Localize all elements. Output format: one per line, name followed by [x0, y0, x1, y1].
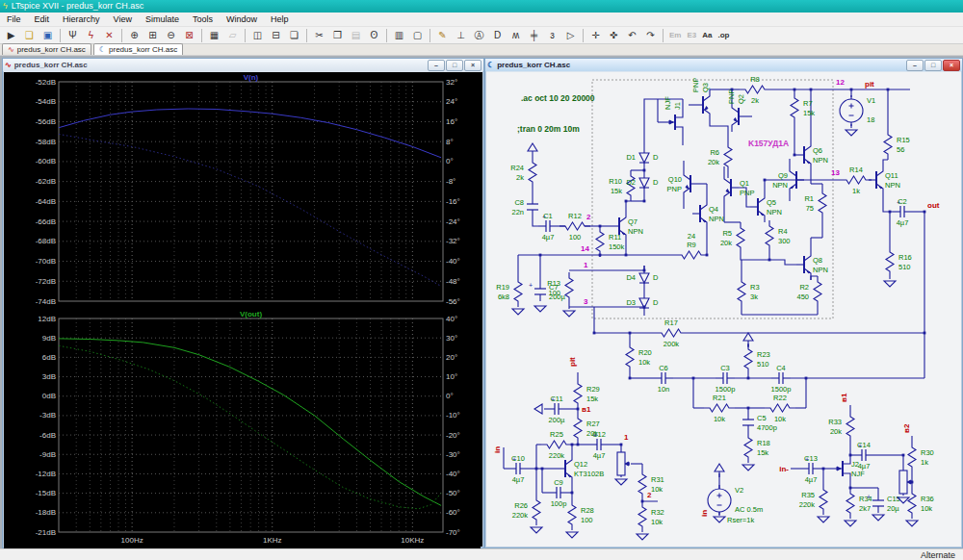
menu-file[interactable]: File [0, 13, 28, 27]
menu-simulate[interactable]: Simulate [139, 13, 186, 27]
net-label-out[interactable]: out [927, 201, 940, 210]
wire-icon[interactable]: ✎ [433, 27, 452, 44]
svg-text:56: 56 [897, 145, 904, 154]
svg-text:R20: R20 [638, 348, 652, 357]
svg-text:-12dB: -12dB [36, 470, 56, 478]
diode-icon[interactable]: ▷ [561, 27, 580, 44]
resistor-icon[interactable]: ʍ [507, 27, 525, 44]
zoom-in-icon[interactable]: ⊕ [125, 27, 143, 44]
svg-text:10n: 10n [658, 385, 670, 394]
save-icon[interactable]: ▣ [39, 27, 57, 44]
zoom-out-icon[interactable]: ⊖ [162, 27, 180, 44]
net-label-in[interactable]: in [700, 510, 709, 517]
net-label-in[interactable]: in [493, 446, 502, 453]
net-label-1[interactable]: 1 [584, 261, 588, 269]
waveform-titlebar[interactable]: ∿ predus_korr CH.asc – □ × [3, 59, 483, 71]
cut-icon[interactable]: ✂ [310, 27, 328, 44]
net-label-13[interactable]: 13 [831, 168, 840, 177]
text-icon[interactable]: Aa [699, 27, 715, 44]
svg-text:R14: R14 [849, 165, 863, 174]
svg-text:PNP: PNP [667, 185, 682, 193]
net-label-icon[interactable]: Ⓐ [470, 27, 488, 44]
net-label-12[interactable]: 12 [836, 78, 845, 87]
plot-pane-icon[interactable]: ▦ [205, 27, 223, 44]
svg-text:D: D [653, 298, 659, 307]
svg-text:20µ: 20µ [887, 504, 899, 513]
menu-hierarchy[interactable]: Hierarchy [56, 13, 107, 27]
print-preview-icon[interactable]: ▢ [408, 27, 427, 44]
drag-icon[interactable]: ✜ [605, 27, 623, 44]
schematic-window-icon: ☾ [487, 61, 494, 69]
close-button[interactable]: × [464, 60, 482, 71]
net-label-pit[interactable]: pit [865, 80, 874, 89]
menu-help[interactable]: Help [264, 13, 296, 27]
svg-text:-18dB: -18dB [36, 508, 56, 517]
halt-icon[interactable]: ✕ [100, 27, 118, 44]
tab-schematic[interactable]: ☾ predus_korr CH.asc [93, 43, 183, 55]
schematic-titlebar[interactable]: ☾ predus_korr CH.asc – □ × [485, 59, 962, 71]
move-icon[interactable]: ✛ [586, 27, 605, 44]
minimize-button[interactable]: – [428, 60, 445, 71]
component-icon[interactable]: D [488, 27, 507, 44]
copy-icon[interactable]: ❐ [328, 27, 347, 44]
capacitor-icon[interactable]: ╪ [525, 27, 543, 44]
zoom-full-icon[interactable]: ⊠ [180, 27, 198, 44]
schematic-canvas[interactable]: R242kC822n+C14µ7R12100R196k8+C7200µR1310… [486, 72, 961, 547]
menu-view[interactable]: View [107, 13, 139, 27]
schematic-window-title: predus_korr CH.asc [497, 61, 570, 69]
svg-text:-21dB: -21dB [36, 528, 56, 537]
net-label-in-[interactable]: in- [779, 465, 789, 473]
menu-window[interactable]: Window [220, 13, 264, 27]
net-label-в1[interactable]: в1 [840, 393, 848, 402]
schematic-tab-icon: ☾ [99, 45, 106, 54]
tile-horizontal-icon[interactable]: ⊟ [267, 27, 285, 44]
tile-vertical-icon[interactable]: ◫ [248, 27, 267, 44]
net-label-3[interactable]: 3 [584, 297, 588, 306]
ground-icon[interactable]: ⊥ [452, 27, 470, 44]
spice-directive[interactable]: ;tran 0 20m 10m [517, 124, 580, 134]
cascade-icon[interactable]: ❏ [285, 27, 303, 44]
svg-text:R17: R17 [664, 318, 678, 327]
svg-text:12dB: 12dB [38, 315, 56, 323]
find-icon[interactable]: ʘ [365, 27, 383, 44]
spice-directive-icon[interactable]: .op [715, 27, 732, 44]
control-panel-icon[interactable]: Ψ [64, 27, 82, 44]
open-icon[interactable]: ❑ [20, 27, 39, 44]
maximize-button[interactable]: □ [446, 60, 463, 71]
undo-icon[interactable]: ↶ [623, 27, 641, 44]
svg-text:-24°: -24° [446, 217, 460, 226]
menu-edit[interactable]: Edit [28, 13, 57, 27]
minimize-button[interactable]: – [906, 60, 924, 71]
net-label-1[interactable]: 1 [624, 433, 629, 442]
tab-bar: ∿ predus_korr CH.asc ☾ predus_korr CH.as… [0, 44, 963, 56]
waveform-pane-1[interactable]: -52dB32°-54dB24°-56dB16°-58dB8°-60dB0°-6… [4, 72, 481, 307]
net-label-pit[interactable]: pit [568, 357, 577, 367]
net-label-2[interactable]: 2 [647, 491, 652, 499]
tab-waveform[interactable]: ∿ predus_korr CH.asc [2, 43, 91, 55]
svg-text:-74dB: -74dB [36, 297, 56, 306]
svg-text:8°: 8° [446, 138, 454, 146]
net-label-в1[interactable]: в1 [582, 405, 591, 414]
net-label-2[interactable]: 2 [586, 213, 591, 221]
inductor-icon[interactable]: ɜ [543, 27, 561, 44]
close-button[interactable]: × [943, 60, 960, 71]
svg-text:Q12: Q12 [574, 460, 587, 469]
waveform-plot-area[interactable]: -52dB32°-54dB24°-56dB16°-58dB8°-60dB0°-6… [4, 72, 482, 547]
menu-tools[interactable]: Tools [186, 13, 220, 27]
run-schematic-icon[interactable]: ϟ [82, 27, 100, 44]
redo-icon[interactable]: ↷ [641, 27, 660, 44]
print-icon[interactable]: ▥ [390, 27, 408, 44]
spice-directive[interactable]: .ac oct 10 20 20000 [521, 93, 595, 103]
tab-label: predus_korr CH.asc [17, 45, 86, 54]
waveform-pane-2[interactable]: 12dB40°9dB30°6dB20°3dB10°0dB0°-3dB-10°-6… [4, 311, 481, 549]
mirror-icon: Em [666, 27, 684, 44]
menu-bar: FileEditHierarchyViewSimulateToolsWindow… [0, 13, 963, 27]
svg-text:-70dB: -70dB [36, 257, 56, 266]
run-icon[interactable]: ▶ [2, 27, 20, 44]
zoom-area-icon[interactable]: ⊞ [143, 27, 162, 44]
net-label-в2[interactable]: в2 [902, 423, 911, 433]
ltspice-app: ϟ LTspice XVII - predus_korr CH.asc File… [0, 0, 963, 560]
net-label-14[interactable]: 14 [581, 244, 589, 253]
maximize-button[interactable]: □ [924, 60, 942, 71]
svg-text:10k: 10k [638, 358, 650, 367]
